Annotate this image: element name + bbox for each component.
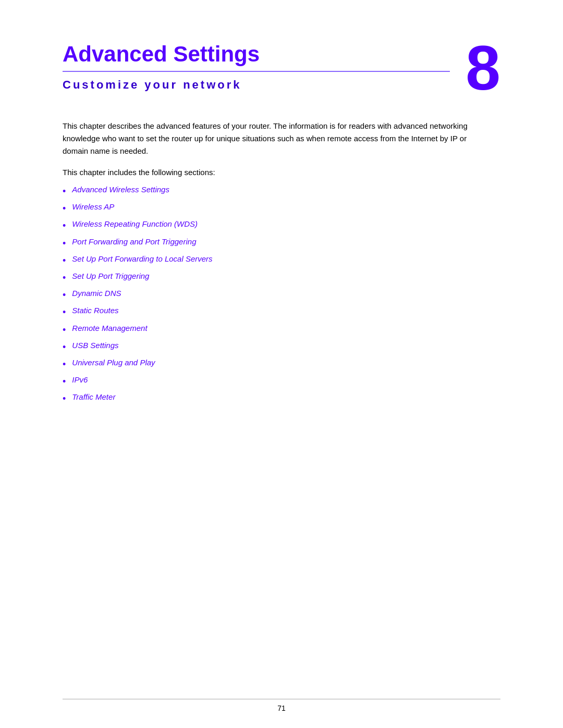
intro-paragraph: This chapter describes the advanced feat…	[63, 120, 469, 157]
title-rule	[63, 71, 450, 72]
footer-rule	[63, 699, 500, 699]
toc-link-2[interactable]: Wireless Repeating Function (WDS)	[72, 219, 198, 228]
toc-link-0[interactable]: Advanced Wireless Settings	[72, 185, 169, 194]
toc-link-4[interactable]: Set Up Port Forwarding to Local Servers	[72, 254, 212, 263]
toc-list: •Advanced Wireless Settings•Wireless AP•…	[63, 185, 500, 405]
toc-link-10[interactable]: Universal Plug and Play	[72, 358, 155, 367]
bullet-icon: •	[63, 341, 66, 354]
toc-list-item: •Wireless Repeating Function (WDS)	[63, 219, 500, 232]
toc-link-6[interactable]: Dynamic DNS	[72, 289, 121, 298]
title-block: Advanced Settings Customize your network	[63, 42, 450, 92]
bullet-icon: •	[63, 272, 66, 285]
toc-list-item: •Advanced Wireless Settings	[63, 185, 500, 198]
toc-list-item: •Set Up Port Forwarding to Local Servers	[63, 254, 500, 267]
toc-link-12[interactable]: Traffic Meter	[72, 392, 115, 401]
bullet-icon: •	[63, 185, 66, 198]
toc-link-7[interactable]: Static Routes	[72, 306, 118, 315]
sections-intro: This chapter includes the following sect…	[63, 168, 500, 177]
bullet-icon: •	[63, 392, 66, 405]
toc-list-item: •Wireless AP	[63, 202, 500, 215]
toc-list-item: •IPv6	[63, 375, 500, 388]
toc-list-item: •Traffic Meter	[63, 392, 500, 405]
toc-link-9[interactable]: USB Settings	[72, 341, 118, 350]
toc-list-item: •Dynamic DNS	[63, 289, 500, 302]
toc-link-8[interactable]: Remote Management	[72, 324, 147, 332]
bullet-icon: •	[63, 254, 66, 267]
toc-list-item: •Remote Management	[63, 324, 500, 337]
bullet-icon: •	[63, 289, 66, 302]
subtitle: Customize your network	[63, 78, 450, 92]
bullet-icon: •	[63, 237, 66, 250]
toc-list-item: •Port Forwarding and Port Triggering	[63, 237, 500, 250]
bullet-icon: •	[63, 358, 66, 371]
toc-list-item: •Set Up Port Triggering	[63, 272, 500, 285]
toc-list-item: •Static Routes	[63, 306, 500, 319]
toc-link-1[interactable]: Wireless AP	[72, 202, 114, 211]
bullet-icon: •	[63, 306, 66, 319]
bullet-icon: •	[63, 375, 66, 388]
toc-list-item: •Universal Plug and Play	[63, 358, 500, 371]
toc-list-item: •USB Settings	[63, 341, 500, 354]
toc-link-3[interactable]: Port Forwarding and Port Triggering	[72, 237, 196, 246]
page-number: 71	[277, 704, 286, 712]
chapter-title: Advanced Settings	[63, 42, 450, 67]
page-container: Advanced Settings Customize your network…	[0, 0, 563, 728]
toc-link-5[interactable]: Set Up Port Triggering	[72, 272, 149, 280]
bullet-icon: •	[63, 202, 66, 215]
bullet-icon: •	[63, 324, 66, 337]
chapter-number: 8	[466, 36, 500, 99]
header-section: Advanced Settings Customize your network…	[63, 42, 500, 99]
toc-link-11[interactable]: IPv6	[72, 375, 88, 384]
bullet-icon: •	[63, 219, 66, 232]
